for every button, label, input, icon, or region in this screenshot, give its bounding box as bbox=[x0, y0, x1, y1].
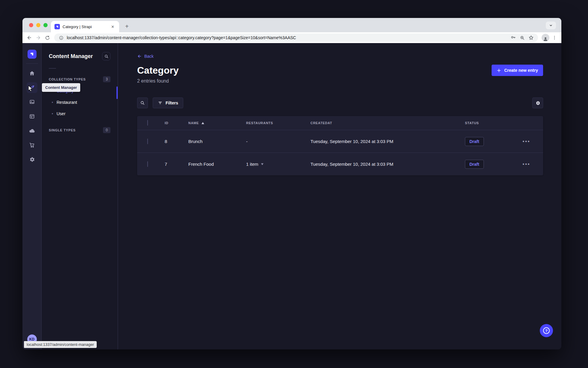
reload-icon[interactable] bbox=[43, 34, 51, 42]
panel-title: Content Manager bbox=[49, 53, 93, 60]
sidebar-item-label: Restaurant bbox=[57, 100, 77, 105]
back-link[interactable]: Back bbox=[137, 54, 154, 59]
column-header-name-label: NAME bbox=[188, 121, 199, 125]
cell-name: Brunch bbox=[183, 139, 241, 144]
cell-restaurants[interactable]: 1 item bbox=[241, 162, 305, 167]
status-badge: Draft bbox=[465, 137, 484, 146]
back-nav-icon[interactable] bbox=[25, 34, 33, 42]
table-row[interactable]: 7 French Food 1 item Tuesday, September … bbox=[137, 153, 543, 175]
search-icon bbox=[140, 101, 145, 105]
single-types-count-badge: 0 bbox=[103, 127, 110, 133]
status-badge: Draft bbox=[465, 160, 484, 169]
table-header-row: ID NAME RESTAURANTS CREATEDAT STATUS bbox=[137, 116, 543, 130]
browser-tab[interactable]: Category | Strapi ✕ bbox=[51, 21, 119, 32]
filters-label: Filters bbox=[166, 101, 178, 105]
cell-name: French Food bbox=[183, 162, 241, 167]
home-nav-icon[interactable] bbox=[27, 68, 37, 79]
password-key-icon[interactable] bbox=[510, 34, 516, 41]
minimize-window-button[interactable] bbox=[36, 23, 40, 27]
cell-restaurants-label: 1 item bbox=[246, 162, 258, 167]
question-mark-icon: ? bbox=[543, 327, 550, 334]
column-header-status[interactable]: STATUS bbox=[460, 121, 510, 125]
main-content: Back Category Create new entry 2 entries… bbox=[118, 43, 561, 349]
strapi-app: KD Content Manager COLLECTION TYPES 3 Ca… bbox=[22, 43, 561, 349]
select-all-checkbox[interactable] bbox=[147, 120, 148, 126]
zoom-window-button[interactable] bbox=[43, 23, 48, 27]
table-settings-button[interactable] bbox=[532, 98, 543, 108]
forward-nav-icon[interactable] bbox=[34, 34, 42, 42]
cell-createdat: Tuesday, September 10, 2024 at 3:03 PM bbox=[305, 162, 460, 167]
cell-restaurants: - bbox=[241, 139, 305, 144]
strapi-logo-icon[interactable] bbox=[28, 50, 37, 59]
deploy-cloud-nav-icon[interactable] bbox=[27, 125, 37, 136]
content-manager-tooltip: Content Manager bbox=[42, 83, 80, 92]
caret-down-icon[interactable] bbox=[261, 163, 264, 165]
sidebar-item-label: User bbox=[57, 111, 66, 116]
settings-gear-nav-icon[interactable] bbox=[27, 154, 37, 165]
column-header-id[interactable]: ID bbox=[159, 121, 183, 125]
collection-types-section-header: COLLECTION TYPES 3 bbox=[49, 76, 110, 82]
tab-search-chevron-icon[interactable] bbox=[546, 22, 556, 29]
create-new-entry-label: Create new entry bbox=[504, 68, 538, 73]
browser-menu-icon[interactable] bbox=[551, 34, 558, 42]
filter-funnel-icon bbox=[158, 101, 163, 105]
column-header-createdat[interactable]: CREATEDAT bbox=[305, 121, 460, 125]
url-bar[interactable]: localhost:1337/admin/content-manager/col… bbox=[54, 34, 538, 42]
mouse-cursor bbox=[27, 85, 34, 93]
column-header-name[interactable]: NAME bbox=[183, 121, 241, 125]
marketplace-cart-nav-icon[interactable] bbox=[27, 140, 37, 150]
status-bar-link: localhost:1337/admin/content-manager bbox=[24, 341, 97, 348]
url-text[interactable]: localhost:1337/admin/content-manager/col… bbox=[67, 35, 507, 40]
panel-search-button[interactable] bbox=[102, 52, 110, 60]
collection-types-count-badge: 3 bbox=[103, 76, 110, 82]
row-actions-menu-icon[interactable]: ••• bbox=[523, 139, 531, 144]
browser-profile-avatar[interactable] bbox=[542, 34, 549, 42]
media-library-nav-icon[interactable] bbox=[27, 97, 37, 107]
panel-scrollbar-thumb[interactable] bbox=[116, 86, 118, 99]
back-label: Back bbox=[144, 54, 154, 59]
browser-window: Category | Strapi ✕ + localhost:1337/adm… bbox=[22, 18, 561, 349]
browser-toolbar: localhost:1337/admin/content-manager/col… bbox=[22, 32, 561, 43]
entries-table: ID NAME RESTAURANTS CREATEDAT STATUS 8 B… bbox=[137, 116, 543, 175]
table-search-button[interactable] bbox=[137, 98, 148, 108]
rail-divider bbox=[26, 63, 38, 64]
arrow-left-icon bbox=[137, 54, 142, 59]
row-checkbox[interactable] bbox=[147, 139, 148, 144]
create-new-entry-button[interactable]: Create new entry bbox=[492, 65, 543, 76]
tab-close-icon[interactable]: ✕ bbox=[110, 24, 116, 30]
cell-createdat: Tuesday, September 10, 2024 at 3:03 PM bbox=[305, 139, 460, 144]
cell-id: 8 bbox=[159, 139, 183, 144]
row-actions-menu-icon[interactable]: ••• bbox=[523, 162, 531, 167]
close-window-button[interactable] bbox=[29, 23, 33, 27]
bullet-icon bbox=[52, 102, 53, 103]
panel-divider bbox=[49, 68, 56, 69]
bullet-icon bbox=[52, 113, 53, 114]
bookmark-star-icon[interactable] bbox=[528, 34, 534, 41]
strapi-favicon-icon bbox=[54, 24, 60, 29]
window-controls bbox=[29, 23, 48, 27]
page-title: Category bbox=[137, 65, 179, 76]
row-checkbox[interactable] bbox=[147, 161, 148, 167]
tab-title: Category | Strapi bbox=[63, 25, 107, 29]
help-button[interactable]: ? bbox=[540, 324, 553, 337]
single-types-section-header: SINGLE TYPES 0 bbox=[49, 127, 110, 133]
new-tab-button[interactable]: + bbox=[123, 23, 131, 30]
filters-button[interactable]: Filters bbox=[153, 98, 183, 108]
entries-count-text: 2 entries found bbox=[137, 78, 543, 84]
cell-id: 7 bbox=[159, 162, 183, 167]
table-row[interactable]: 8 Brunch - Tuesday, September 10, 2024 a… bbox=[137, 130, 543, 153]
sidebar-item-restaurant[interactable]: Restaurant bbox=[49, 97, 110, 108]
sidebar-item-user[interactable]: User bbox=[49, 108, 110, 119]
content-type-builder-nav-icon[interactable] bbox=[27, 111, 37, 122]
gear-icon bbox=[535, 101, 540, 106]
zoom-in-icon[interactable] bbox=[519, 34, 525, 41]
plus-icon bbox=[497, 68, 501, 73]
collection-types-label: COLLECTION TYPES bbox=[49, 77, 86, 81]
page-info-icon[interactable] bbox=[58, 34, 64, 41]
column-header-restaurants[interactable]: RESTAURANTS bbox=[241, 121, 305, 125]
browser-tabstrip: Category | Strapi ✕ + bbox=[22, 18, 561, 32]
single-types-label: SINGLE TYPES bbox=[49, 128, 76, 132]
sort-ascending-icon[interactable] bbox=[201, 122, 204, 124]
